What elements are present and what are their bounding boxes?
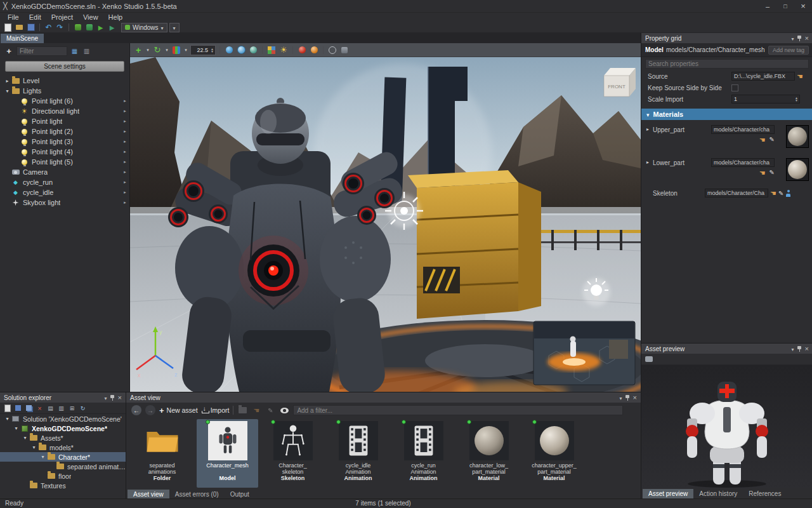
- close-icon[interactable]: [805, 345, 809, 352]
- chevron-right-icon[interactable]: [123, 150, 127, 154]
- add-entity-icon[interactable]: [133, 45, 143, 55]
- hand-pick-icon[interactable]: [759, 169, 766, 177]
- hand-pick-icon[interactable]: [797, 72, 803, 81]
- skeleton-person-icon[interactable]: [785, 190, 791, 197]
- close-button[interactable]: [794, 0, 812, 12]
- stats-icon[interactable]: [339, 45, 350, 55]
- chevron-down-icon[interactable]: [792, 34, 794, 42]
- wireframe-icon[interactable]: [327, 45, 337, 55]
- menu-item[interactable]: View: [78, 13, 103, 22]
- scale-import-input[interactable]: 1 ▲▼: [731, 95, 800, 104]
- view-mode-icon[interactable]: [70, 46, 79, 56]
- transform-mode-icon[interactable]: [152, 45, 162, 55]
- new-folder-icon[interactable]: [239, 407, 247, 413]
- platform-selector[interactable]: Windows: [121, 23, 167, 32]
- add-entity-button[interactable]: [4, 46, 14, 56]
- new-item-icon[interactable]: [3, 404, 11, 412]
- eye-icon[interactable]: [280, 408, 289, 413]
- collapse-all-icon[interactable]: [46, 404, 55, 412]
- new-asset-button[interactable]: New asset: [159, 406, 198, 415]
- specular-debug-icon[interactable]: [309, 45, 319, 55]
- solution-tree-item[interactable]: separated animations: [0, 462, 126, 471]
- properties-icon[interactable]: [68, 404, 76, 412]
- add-new-tag-button[interactable]: Add new tag: [768, 46, 809, 55]
- asset-card[interactable]: character_low_ part_material Material: [458, 419, 520, 488]
- chevron-right-icon[interactable]: [123, 109, 127, 113]
- expander-icon[interactable]: [39, 454, 46, 460]
- render-mode-icon[interactable]: [266, 45, 277, 55]
- minimize-button[interactable]: [759, 0, 776, 12]
- hand-pick-icon[interactable]: [770, 189, 776, 197]
- orientation-gizmo-cube[interactable]: FRONT: [604, 68, 636, 97]
- solution-tree-item[interactable]: floor: [0, 471, 126, 481]
- chevron-right-icon[interactable]: [123, 130, 127, 133]
- expander-icon[interactable]: [13, 425, 20, 431]
- chevron-down-icon[interactable]: [792, 345, 794, 352]
- asset-card[interactable]: cycle_run Animation Animation: [393, 419, 454, 488]
- expander-icon[interactable]: [4, 78, 11, 84]
- material-preview-thumbnail[interactable]: [786, 125, 809, 148]
- maximize-button[interactable]: [776, 0, 794, 12]
- redo-icon[interactable]: [55, 23, 65, 32]
- scene-tree-item[interactable]: Camera: [0, 167, 129, 177]
- scene-tree-item[interactable]: Level: [0, 76, 129, 86]
- asset-card[interactable]: Character_ skeleton Skeleton: [262, 419, 324, 488]
- skeleton-reference-field[interactable]: models/Character/Cha: [705, 189, 768, 197]
- scene-tree-item[interactable]: cycle_run: [0, 177, 129, 187]
- edit-pencil-icon[interactable]: [769, 136, 775, 144]
- chevron-right-icon[interactable]: [123, 190, 127, 194]
- scene-settings-button[interactable]: Scene settings: [5, 61, 124, 72]
- screenshot-icon[interactable]: [645, 356, 653, 362]
- expand-all-icon[interactable]: [57, 404, 65, 412]
- play-remote-icon[interactable]: [107, 23, 117, 32]
- expander-icon[interactable]: [22, 435, 29, 441]
- scene-tree-item[interactable]: Point light: [0, 116, 129, 126]
- expander-icon[interactable]: [646, 158, 653, 181]
- point-light-gizmo[interactable]: [582, 278, 610, 306]
- expander-icon[interactable]: [4, 88, 11, 94]
- forward-button[interactable]: [145, 405, 155, 415]
- spinner-arrows-icon[interactable]: ▲▼: [794, 97, 799, 102]
- chevron-down-icon[interactable]: [145, 45, 150, 55]
- chevron-down-icon[interactable]: [105, 394, 107, 401]
- chevron-right-icon[interactable]: [123, 99, 127, 103]
- edit-pencil-icon[interactable]: [778, 190, 783, 197]
- sync-icon[interactable]: [79, 404, 87, 412]
- menu-item[interactable]: Project: [46, 13, 78, 22]
- camera-orbit-icon[interactable]: [236, 45, 246, 55]
- scene-tree-item[interactable]: Point light (5): [0, 157, 129, 167]
- material-preview-thumbnail[interactable]: [786, 158, 809, 181]
- keep-source-checkbox[interactable]: [731, 84, 738, 91]
- scene-filter-input[interactable]: [16, 46, 67, 56]
- expander-icon[interactable]: [4, 416, 11, 422]
- edit-pencil-icon[interactable]: [268, 407, 273, 414]
- scene-tree-item[interactable]: Point light (2): [0, 126, 129, 137]
- materials-section-header[interactable]: Materials: [641, 109, 812, 120]
- chevron-down-icon[interactable]: [164, 45, 169, 55]
- delete-icon[interactable]: [36, 404, 44, 412]
- panel-tab[interactable]: Asset preview: [643, 489, 693, 498]
- snap-icon[interactable]: [248, 45, 258, 55]
- import-button[interactable]: Import: [202, 406, 230, 414]
- chevron-right-icon[interactable]: [123, 160, 127, 164]
- chevron-right-icon[interactable]: [123, 201, 127, 204]
- scene-tree-item[interactable]: Directional light: [0, 106, 129, 116]
- close-icon[interactable]: [805, 34, 809, 42]
- chevron-right-icon[interactable]: [123, 140, 127, 144]
- edit-pencil-icon[interactable]: [769, 169, 775, 177]
- panel-tab[interactable]: Asset errors (0): [169, 490, 225, 499]
- chevron-right-icon[interactable]: [123, 119, 127, 123]
- scene-tree-item[interactable]: Point light (3): [0, 137, 129, 147]
- asset-card[interactable]: separated animations Folder: [131, 419, 193, 488]
- expander-icon[interactable]: [30, 444, 37, 450]
- material-reference-field[interactable]: models/Character/cha: [711, 125, 775, 134]
- camera-view-icon[interactable]: [224, 45, 234, 55]
- close-icon[interactable]: [118, 394, 122, 401]
- asset-preview-viewport[interactable]: [641, 365, 812, 488]
- scene-viewport[interactable]: FRONT y x z: [130, 57, 641, 392]
- material-reference-field[interactable]: models/Character/cha: [711, 158, 775, 167]
- pin-icon[interactable]: [797, 346, 802, 352]
- hand-pick-icon[interactable]: [759, 136, 766, 144]
- asset-card[interactable]: Character_mesh Model: [197, 419, 258, 488]
- solution-tree-item[interactable]: Textures: [0, 481, 126, 490]
